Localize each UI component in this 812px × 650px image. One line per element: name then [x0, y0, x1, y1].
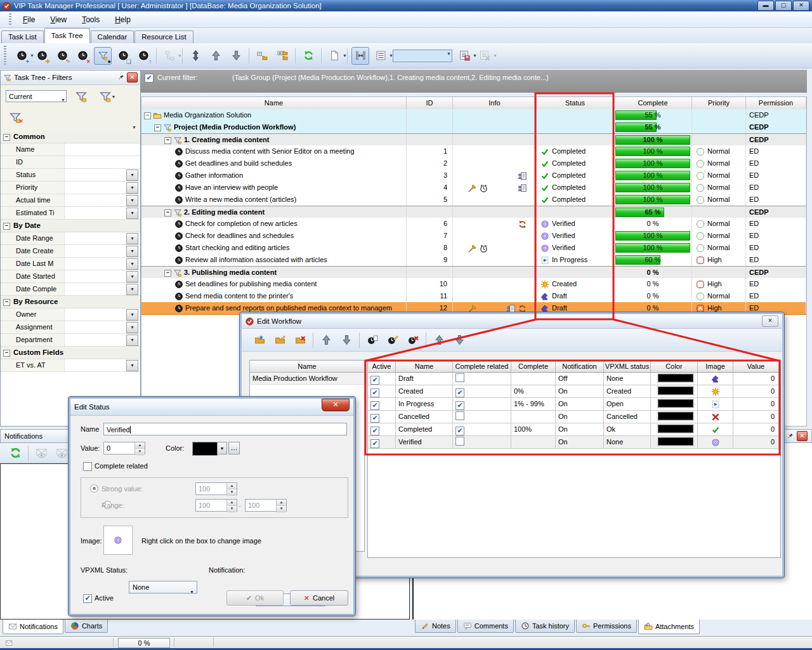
expander[interactable]: −	[154, 124, 161, 131]
task-priority[interactable]	[692, 267, 746, 279]
task-priority[interactable]: Normal	[692, 169, 746, 182]
delete-layout-button[interactable]: ▼	[476, 47, 494, 65]
delete-status-button[interactable]	[404, 331, 422, 349]
filter-value-area[interactable]: ▼	[64, 334, 140, 346]
workflow-column-complete[interactable]: Complete	[511, 361, 556, 372]
task-status[interactable]	[537, 134, 614, 146]
task-name[interactable]: Check for completion of new articles	[141, 218, 407, 230]
workflow-list-item[interactable]: Media Production Workflow	[250, 373, 364, 385]
pin-panel-button[interactable]: 📌︎	[116, 73, 126, 82]
filter-value-area[interactable]: ▼	[64, 283, 140, 295]
edit-workflow-button[interactable]	[271, 331, 289, 349]
dropdown-button[interactable]: ▼	[126, 169, 138, 181]
expand-all-button[interactable]	[273, 47, 291, 65]
filter-section-custom-fields[interactable]: −Custom Fields	[1, 347, 140, 359]
filter-section-common[interactable]: −Common	[1, 131, 140, 143]
new-subtask-button[interactable]: ✚	[33, 47, 51, 65]
tab-task-history[interactable]: Task history	[515, 620, 575, 633]
task-priority[interactable]: Normal	[692, 157, 746, 169]
workflow-down-button[interactable]	[337, 331, 355, 349]
grid-settings-button[interactable]: ▼	[372, 47, 390, 65]
filter-value-area[interactable]: ▼	[64, 245, 140, 257]
active-checkbox[interactable]: ✔	[370, 414, 379, 423]
filter-preset-combo[interactable]: Current▼	[6, 90, 67, 102]
filter-value-area[interactable]: ▼	[64, 169, 140, 181]
filter-value-area[interactable]	[64, 156, 140, 168]
task-priority[interactable]: Normal	[692, 194, 746, 206]
refresh-button[interactable]	[299, 47, 317, 65]
task-status[interactable]	[537, 267, 614, 279]
dropdown-button[interactable]: ▼	[126, 208, 138, 219]
workflow-column-active[interactable]: Active	[368, 361, 396, 372]
task-name[interactable]: Discuss media content with Senior Editor…	[141, 145, 407, 157]
task-row[interactable]: −1. Creating media content100 %CEDP	[141, 133, 806, 147]
fit-columns-button[interactable]	[351, 47, 369, 65]
task-row[interactable]: Review all information associated with a…	[141, 254, 806, 267]
layout-combo[interactable]: ▼	[393, 50, 452, 62]
workflow-column-image[interactable]: Image	[698, 361, 733, 372]
column-header-complete[interactable]: Complete	[614, 97, 692, 109]
status-image-box[interactable]	[103, 526, 133, 555]
task-status[interactable]	[537, 206, 614, 218]
dropdown-button[interactable]: ▼	[126, 360, 138, 371]
complete-related-checkbox[interactable]: ✔	[455, 401, 464, 410]
filter-value-area[interactable]: ▼	[64, 308, 140, 321]
task-priority[interactable]	[692, 109, 746, 121]
save-layout-button[interactable]: ▼	[455, 47, 473, 65]
task-priority[interactable]: High	[692, 278, 746, 290]
complete-related-checkbox[interactable]: ✔	[455, 427, 464, 435]
task-row[interactable]: Set deadlines for publishing media conte…	[141, 278, 806, 291]
task-priority[interactable]: Normal	[692, 290, 746, 302]
menu-help[interactable]: Help	[108, 14, 137, 25]
dropdown-button[interactable]: ▼	[126, 182, 138, 194]
cancel-button[interactable]: ✕Cancel	[290, 590, 348, 606]
color-dropdown-button[interactable]: ▼	[217, 442, 227, 454]
status-color-swatch[interactable]	[658, 412, 693, 420]
task-status[interactable]: Verified	[537, 230, 614, 242]
task-row[interactable]: −Media Organization Solution55 %CEDP	[141, 109, 806, 122]
close-panel-button[interactable]: ✕	[797, 431, 808, 441]
task-name[interactable]: Start checking and editing articles	[141, 242, 407, 254]
task-status[interactable]: Completed	[537, 182, 614, 194]
dropdown-button[interactable]: ▼	[126, 246, 138, 257]
tab-attachments[interactable]: Attachments	[638, 620, 700, 634]
vpxml-select[interactable]: None▼	[129, 581, 197, 594]
task-row[interactable]: Get deadlines and build schedules2Comple…	[141, 157, 806, 170]
dropdown-button[interactable]: ▼	[126, 284, 138, 295]
task-row[interactable]: Start checking and editing articles8Veri…	[141, 242, 806, 255]
column-header-info[interactable]: Info	[453, 97, 537, 109]
hierarchy-button[interactable]: ▼	[160, 47, 178, 65]
task-priority[interactable]: Normal	[692, 145, 746, 157]
menu-view[interactable]: View	[44, 14, 73, 25]
workflow-column-complete-related[interactable]: Complete related	[453, 361, 511, 372]
task-row[interactable]: Gather information3Completed100 %NormalE…	[141, 169, 806, 182]
status-color-swatch[interactable]	[658, 425, 693, 433]
task-priority[interactable]	[692, 134, 746, 146]
active-checkbox[interactable]: ✔	[370, 376, 379, 385]
task-row[interactable]: −Project (Media Production Workflow)55 %…	[141, 121, 806, 134]
task-row[interactable]: Write a new media content (articles)5Com…	[141, 194, 806, 206]
mark-unread-button[interactable]	[53, 444, 70, 462]
status-down-button[interactable]	[450, 331, 468, 349]
task-status[interactable]: Completed	[537, 145, 614, 157]
task-name[interactable]: Write a new media content (articles)	[141, 194, 407, 206]
add-workflow-button[interactable]	[251, 331, 268, 349]
active-checkbox[interactable]: ✔	[370, 401, 379, 410]
tab-comments[interactable]: Comments	[457, 620, 514, 633]
dropdown-button[interactable]: ▼	[126, 195, 138, 206]
task-status[interactable]: Completed	[537, 194, 614, 206]
task-status[interactable]: Verified	[537, 218, 614, 230]
expander[interactable]: −	[144, 112, 151, 119]
active-checkbox[interactable]: ✔	[370, 427, 379, 435]
status-color-swatch[interactable]	[658, 387, 693, 395]
complete-related-checkbox[interactable]	[455, 411, 464, 420]
tab-permissions[interactable]: Permissions	[576, 620, 637, 633]
task-row[interactable]: Check for completion of new articles6Ver…	[141, 218, 806, 230]
column-header-priority[interactable]: Priority	[692, 97, 746, 109]
tab-calendar[interactable]: Calendar	[91, 30, 134, 43]
workflow-column-vpxml-status[interactable]: VPXML status	[604, 361, 651, 372]
tab-notes[interactable]: Notes	[415, 620, 456, 633]
task-priority[interactable]: Normal	[692, 242, 746, 254]
task-row[interactable]: Discuss media content with Senior Editor…	[141, 145, 806, 158]
task-name[interactable]: −2. Editing media content	[141, 206, 407, 218]
